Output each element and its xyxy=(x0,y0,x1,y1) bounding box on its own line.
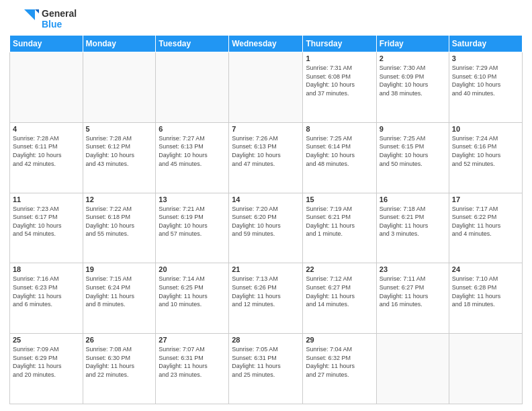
calendar-cell: 17Sunrise: 7:17 AM Sunset: 6:22 PM Dayli… xyxy=(449,193,522,263)
week-row-0: 1Sunrise: 7:31 AM Sunset: 6:08 PM Daylig… xyxy=(10,52,523,123)
day-info: Sunrise: 7:05 AM Sunset: 6:31 PM Dayligh… xyxy=(232,345,300,379)
day-info: Sunrise: 7:30 AM Sunset: 6:09 PM Dayligh… xyxy=(380,64,446,97)
calendar-cell: 27Sunrise: 7:07 AM Sunset: 6:31 PM Dayli… xyxy=(156,334,229,404)
svg-marker-0 xyxy=(24,9,35,20)
day-number: 29 xyxy=(306,336,373,344)
day-info: Sunrise: 7:20 AM Sunset: 6:20 PM Dayligh… xyxy=(232,205,300,238)
calendar-cell: 10Sunrise: 7:24 AM Sunset: 6:16 PM Dayli… xyxy=(449,122,522,193)
weekday-friday: Friday xyxy=(376,36,449,52)
day-number: 20 xyxy=(159,265,226,273)
calendar-cell: 14Sunrise: 7:20 AM Sunset: 6:20 PM Dayli… xyxy=(229,193,303,263)
day-info: Sunrise: 7:28 AM Sunset: 6:11 PM Dayligh… xyxy=(13,134,80,168)
day-number: 14 xyxy=(232,195,300,203)
weekday-wednesday: Wednesday xyxy=(229,36,303,52)
day-info: Sunrise: 7:25 AM Sunset: 6:14 PM Dayligh… xyxy=(306,134,373,168)
day-number: 27 xyxy=(159,336,226,344)
calendar-cell: 26Sunrise: 7:08 AM Sunset: 6:30 PM Dayli… xyxy=(83,334,156,404)
week-row-2: 11Sunrise: 7:23 AM Sunset: 6:17 PM Dayli… xyxy=(10,193,523,263)
calendar-cell: 2Sunrise: 7:30 AM Sunset: 6:09 PM Daylig… xyxy=(376,52,449,123)
calendar-cell xyxy=(156,52,229,123)
day-number: 12 xyxy=(86,195,153,203)
calendar-cell: 1Sunrise: 7:31 AM Sunset: 6:08 PM Daylig… xyxy=(303,52,376,123)
day-info: Sunrise: 7:07 AM Sunset: 6:31 PM Dayligh… xyxy=(159,345,226,379)
calendar-cell: 23Sunrise: 7:11 AM Sunset: 6:27 PM Dayli… xyxy=(376,263,449,334)
calendar-cell: 4Sunrise: 7:28 AM Sunset: 6:11 PM Daylig… xyxy=(10,122,83,193)
day-number: 10 xyxy=(452,125,519,133)
day-number: 25 xyxy=(13,336,80,344)
day-info: Sunrise: 7:04 AM Sunset: 6:32 PM Dayligh… xyxy=(306,345,373,379)
calendar-cell: 13Sunrise: 7:21 AM Sunset: 6:19 PM Dayli… xyxy=(156,193,229,263)
day-number: 16 xyxy=(380,195,446,203)
page: GeneralBlue SundayMondayTuesdayWednesday… xyxy=(0,0,532,411)
week-row-3: 18Sunrise: 7:16 AM Sunset: 6:23 PM Dayli… xyxy=(10,263,523,334)
svg-marker-1 xyxy=(35,9,39,13)
calendar-cell: 11Sunrise: 7:23 AM Sunset: 6:17 PM Dayli… xyxy=(10,193,83,263)
day-info: Sunrise: 7:31 AM Sunset: 6:08 PM Dayligh… xyxy=(306,64,373,97)
day-number: 8 xyxy=(306,125,373,133)
logo-general: General xyxy=(42,8,77,19)
day-number: 15 xyxy=(306,195,373,203)
calendar-table: SundayMondayTuesdayWednesdayThursdayFrid… xyxy=(9,35,523,404)
day-info: Sunrise: 7:27 AM Sunset: 6:13 PM Dayligh… xyxy=(159,134,226,168)
day-info: Sunrise: 7:17 AM Sunset: 6:22 PM Dayligh… xyxy=(452,205,519,238)
calendar-cell: 24Sunrise: 7:10 AM Sunset: 6:28 PM Dayli… xyxy=(449,263,522,334)
day-number: 5 xyxy=(86,125,153,133)
calendar-cell: 21Sunrise: 7:13 AM Sunset: 6:26 PM Dayli… xyxy=(229,263,303,334)
calendar-cell: 15Sunrise: 7:19 AM Sunset: 6:21 PM Dayli… xyxy=(303,193,376,263)
calendar-cell xyxy=(83,52,156,123)
weekday-thursday: Thursday xyxy=(303,36,376,52)
day-info: Sunrise: 7:14 AM Sunset: 6:25 PM Dayligh… xyxy=(159,275,226,308)
calendar-cell: 19Sunrise: 7:15 AM Sunset: 6:24 PM Dayli… xyxy=(83,263,156,334)
day-info: Sunrise: 7:29 AM Sunset: 6:10 PM Dayligh… xyxy=(452,64,519,97)
day-info: Sunrise: 7:24 AM Sunset: 6:16 PM Dayligh… xyxy=(452,134,519,168)
header: GeneralBlue xyxy=(9,7,523,31)
day-info: Sunrise: 7:26 AM Sunset: 6:13 PM Dayligh… xyxy=(232,134,300,168)
day-info: Sunrise: 7:15 AM Sunset: 6:24 PM Dayligh… xyxy=(86,275,153,308)
day-number: 11 xyxy=(13,195,80,203)
calendar-cell: 3Sunrise: 7:29 AM Sunset: 6:10 PM Daylig… xyxy=(449,52,522,123)
day-info: Sunrise: 7:09 AM Sunset: 6:29 PM Dayligh… xyxy=(13,345,80,379)
day-info: Sunrise: 7:22 AM Sunset: 6:18 PM Dayligh… xyxy=(86,205,153,238)
day-number: 24 xyxy=(452,265,519,273)
weekday-sunday: Sunday xyxy=(10,36,83,52)
day-number: 6 xyxy=(159,125,226,133)
weekday-tuesday: Tuesday xyxy=(156,36,229,52)
calendar-cell: 25Sunrise: 7:09 AM Sunset: 6:29 PM Dayli… xyxy=(10,334,83,404)
calendar-cell: 7Sunrise: 7:26 AM Sunset: 6:13 PM Daylig… xyxy=(229,122,303,193)
calendar-cell: 29Sunrise: 7:04 AM Sunset: 6:32 PM Dayli… xyxy=(303,334,376,404)
day-info: Sunrise: 7:19 AM Sunset: 6:21 PM Dayligh… xyxy=(306,205,373,238)
logo: GeneralBlue xyxy=(9,7,77,31)
calendar-cell: 16Sunrise: 7:18 AM Sunset: 6:21 PM Dayli… xyxy=(376,193,449,263)
day-info: Sunrise: 7:10 AM Sunset: 6:28 PM Dayligh… xyxy=(452,275,519,308)
day-info: Sunrise: 7:21 AM Sunset: 6:19 PM Dayligh… xyxy=(159,205,226,238)
calendar-cell: 6Sunrise: 7:27 AM Sunset: 6:13 PM Daylig… xyxy=(156,122,229,193)
day-number: 17 xyxy=(452,195,519,203)
calendar-cell xyxy=(376,334,449,404)
day-info: Sunrise: 7:16 AM Sunset: 6:23 PM Dayligh… xyxy=(13,275,80,308)
day-number: 1 xyxy=(306,54,373,62)
day-number: 19 xyxy=(86,265,153,273)
day-info: Sunrise: 7:11 AM Sunset: 6:27 PM Dayligh… xyxy=(380,275,446,308)
day-info: Sunrise: 7:28 AM Sunset: 6:12 PM Dayligh… xyxy=(86,134,153,168)
day-number: 21 xyxy=(232,265,300,273)
day-number: 22 xyxy=(306,265,373,273)
calendar-cell: 20Sunrise: 7:14 AM Sunset: 6:25 PM Dayli… xyxy=(156,263,229,334)
logo-text-block: GeneralBlue xyxy=(42,8,77,30)
calendar-cell: 28Sunrise: 7:05 AM Sunset: 6:31 PM Dayli… xyxy=(229,334,303,404)
calendar-cell xyxy=(10,52,83,123)
calendar-cell: 5Sunrise: 7:28 AM Sunset: 6:12 PM Daylig… xyxy=(83,122,156,193)
day-info: Sunrise: 7:12 AM Sunset: 6:27 PM Dayligh… xyxy=(306,275,373,308)
weekday-saturday: Saturday xyxy=(449,36,522,52)
week-row-4: 25Sunrise: 7:09 AM Sunset: 6:29 PM Dayli… xyxy=(10,334,523,404)
day-number: 26 xyxy=(86,336,153,344)
day-info: Sunrise: 7:25 AM Sunset: 6:15 PM Dayligh… xyxy=(380,134,446,168)
day-info: Sunrise: 7:08 AM Sunset: 6:30 PM Dayligh… xyxy=(86,345,153,379)
day-number: 28 xyxy=(232,336,300,344)
calendar-cell xyxy=(229,52,303,123)
weekday-header-row: SundayMondayTuesdayWednesdayThursdayFrid… xyxy=(10,36,523,52)
calendar-cell: 22Sunrise: 7:12 AM Sunset: 6:27 PM Dayli… xyxy=(303,263,376,334)
logo-bird-icon xyxy=(9,7,39,31)
day-info: Sunrise: 7:23 AM Sunset: 6:17 PM Dayligh… xyxy=(13,205,80,238)
day-info: Sunrise: 7:18 AM Sunset: 6:21 PM Dayligh… xyxy=(380,205,446,238)
day-number: 18 xyxy=(13,265,80,273)
